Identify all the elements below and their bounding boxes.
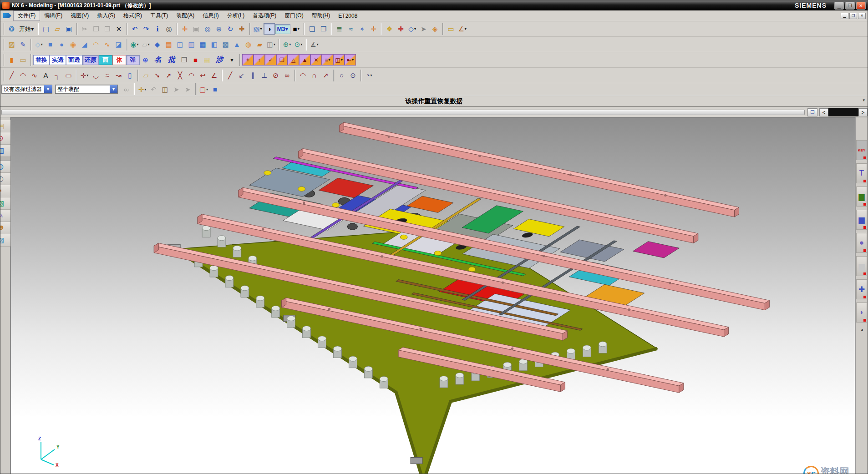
- selection-scope-arrow-icon[interactable]: ▼: [110, 85, 117, 93]
- part-white-bush-button[interactable]: ▆: [856, 256, 867, 276]
- prompt-options-icon[interactable]: ▾: [863, 98, 865, 102]
- face-mode-button[interactable]: 面: [99, 55, 112, 65]
- cascade-window-button[interactable]: ❐: [318, 23, 329, 35]
- part-cross-shaft-button[interactable]: ✚: [856, 279, 867, 299]
- restore-button[interactable]: 还原: [82, 55, 99, 65]
- partial-circle-button[interactable]: ◔▾: [363, 70, 375, 81]
- internet-explorer-tab[interactable]: ◍: [0, 161, 10, 173]
- sketch-curve-button[interactable]: ✎: [17, 39, 29, 50]
- tube-button[interactable]: ◫▾: [265, 39, 277, 50]
- cube-panel-button-dropdown-icon[interactable]: ▾: [341, 58, 343, 62]
- select-component-button[interactable]: ➤: [418, 23, 429, 35]
- solid-transparent-button[interactable]: 实透: [50, 55, 66, 65]
- direction-button[interactable]: ↙: [236, 70, 247, 81]
- circle-point-button[interactable]: ⊙: [347, 70, 359, 81]
- scroll-left-button[interactable]: <: [819, 108, 828, 116]
- menu-11[interactable]: 窗口(O): [280, 11, 307, 20]
- palette-tab[interactable]: ≡: [0, 185, 10, 197]
- wireframe-cube-button[interactable]: ◫: [159, 84, 171, 95]
- partial-circle-button-dropdown-icon[interactable]: ▾: [371, 73, 372, 77]
- constraint-navigator-tab[interactable]: ⊙: [0, 132, 10, 145]
- tangent-circle-button[interactable]: ⊘: [270, 70, 281, 81]
- people-tab[interactable]: ☻: [0, 222, 10, 234]
- open-button[interactable]: ▱: [52, 23, 63, 35]
- row3-more-dropdown[interactable]: ▾: [226, 54, 238, 66]
- pan-button[interactable]: ✚: [236, 23, 248, 35]
- shaded-view-button-dropdown-icon[interactable]: ▾: [260, 27, 262, 31]
- cylinder-curve-button[interactable]: ▯: [124, 70, 136, 81]
- spring-button[interactable]: 弹: [126, 55, 140, 65]
- parallel-button[interactable]: ∥: [247, 70, 259, 81]
- layer-settings-button[interactable]: ≣: [334, 23, 345, 35]
- pattern-button[interactable]: ▩: [220, 39, 231, 50]
- block-button[interactable]: ■: [45, 39, 56, 50]
- shaded-view-button[interactable]: ▧▾: [252, 23, 264, 35]
- replace-button[interactable]: 替换: [33, 55, 50, 65]
- perpendicular-button[interactable]: ⊥: [259, 70, 270, 81]
- menu-12[interactable]: 帮助(H): [308, 11, 335, 20]
- scenario-tab[interactable]: ✎: [0, 210, 10, 222]
- cube-approve-button[interactable]: ✓: [265, 54, 276, 66]
- show-solid-button[interactable]: ■: [209, 84, 221, 95]
- rib-button[interactable]: ◧: [208, 39, 220, 50]
- part-green-block-button[interactable]: ▆: [856, 187, 867, 207]
- scroll-right-button[interactable]: >: [858, 108, 868, 116]
- measure-angle-button-dropdown-icon[interactable]: ▾: [465, 27, 467, 31]
- name-button[interactable]: 名: [151, 55, 165, 65]
- arrow-up-button[interactable]: ↗: [320, 70, 331, 81]
- yellow-solid-button[interactable]: ▦: [201, 54, 213, 66]
- assembly-palette-button[interactable]: ❖: [384, 23, 395, 35]
- undo-curve-button[interactable]: ↩: [197, 70, 208, 81]
- red-solid-button[interactable]: ■: [190, 54, 201, 66]
- move-component-button[interactable]: ✚: [395, 23, 406, 35]
- point-set-button[interactable]: ⊕▾: [281, 39, 293, 50]
- pocket-button[interactable]: ▤: [163, 39, 174, 50]
- spline-button[interactable]: ∿: [29, 70, 40, 81]
- face-transparent-button[interactable]: 面透: [66, 55, 82, 65]
- menu-7[interactable]: 装配(A): [172, 11, 198, 20]
- extend-curve-button[interactable]: ➚: [163, 70, 174, 81]
- instance-button[interactable]: ⊙▾: [293, 39, 304, 50]
- history-tab[interactable]: ◷: [0, 173, 10, 185]
- datum-plane-button-dropdown-icon[interactable]: ▾: [41, 42, 43, 46]
- wcs-dynamics-button[interactable]: ⌖: [356, 23, 368, 35]
- line-button[interactable]: ╱: [6, 70, 17, 81]
- corner-button[interactable]: ┐: [51, 70, 63, 81]
- minimize-button[interactable]: ▁: [834, 2, 844, 10]
- menu-9[interactable]: 分析(L): [223, 11, 249, 20]
- part-blue-block-button[interactable]: ▆: [856, 210, 867, 230]
- trim-body-button[interactable]: ◪: [113, 39, 124, 50]
- marquee-select-button[interactable]: ▢▾: [198, 84, 209, 95]
- slope-curve-button[interactable]: ∠: [208, 70, 220, 81]
- visualization-tab[interactable]: ▨: [0, 234, 10, 247]
- draft-analysis-button-dropdown-icon[interactable]: ▾: [317, 42, 319, 46]
- selection-filter-combo[interactable]: 没有选择过滤器 ▼: [1, 85, 52, 94]
- layer-visible-button[interactable]: ≈: [345, 23, 356, 35]
- body-mode-button[interactable]: 体: [112, 55, 126, 65]
- part-round-plate-button[interactable]: ●: [856, 233, 867, 253]
- boss-button[interactable]: ▦: [197, 39, 208, 50]
- fit-view-button[interactable]: ✛: [179, 23, 191, 35]
- save-button[interactable]: ▣: [63, 23, 75, 35]
- wcs-orient-button[interactable]: ✛: [368, 23, 379, 35]
- sketch-button[interactable]: ▨: [6, 39, 17, 50]
- expand-view-icon[interactable]: ❐: [807, 108, 817, 116]
- shell-button[interactable]: ◍: [243, 39, 254, 50]
- undo-button[interactable]: ↶: [129, 23, 141, 35]
- fillet-curve-button[interactable]: ◠: [186, 70, 197, 81]
- start-button-dropdown-icon[interactable]: ▾: [31, 25, 34, 32]
- point-button[interactable]: ✛▾: [79, 70, 90, 81]
- info-button[interactable]: ℹ: [152, 23, 163, 35]
- cross-curve-button[interactable]: ╳: [174, 70, 186, 81]
- top-scrollbar-thumb[interactable]: [828, 108, 858, 116]
- tube-button-dropdown-icon[interactable]: ▾: [274, 42, 275, 46]
- datum-plane-button[interactable]: ◇▾: [33, 39, 45, 50]
- cube-up-button[interactable]: ↑: [254, 54, 265, 66]
- menu-6[interactable]: 工具(T): [146, 11, 172, 20]
- snap-point-button-dropdown-icon[interactable]: ▾: [144, 87, 146, 91]
- assembly-constraints-button-dropdown-icon[interactable]: ▾: [414, 27, 416, 31]
- sweep-button[interactable]: ∿: [102, 39, 113, 50]
- arc-button[interactable]: ◠: [17, 70, 29, 81]
- zoom-button[interactable]: ◎: [202, 23, 213, 35]
- marquee-select-button-dropdown-icon[interactable]: ▾: [206, 87, 208, 91]
